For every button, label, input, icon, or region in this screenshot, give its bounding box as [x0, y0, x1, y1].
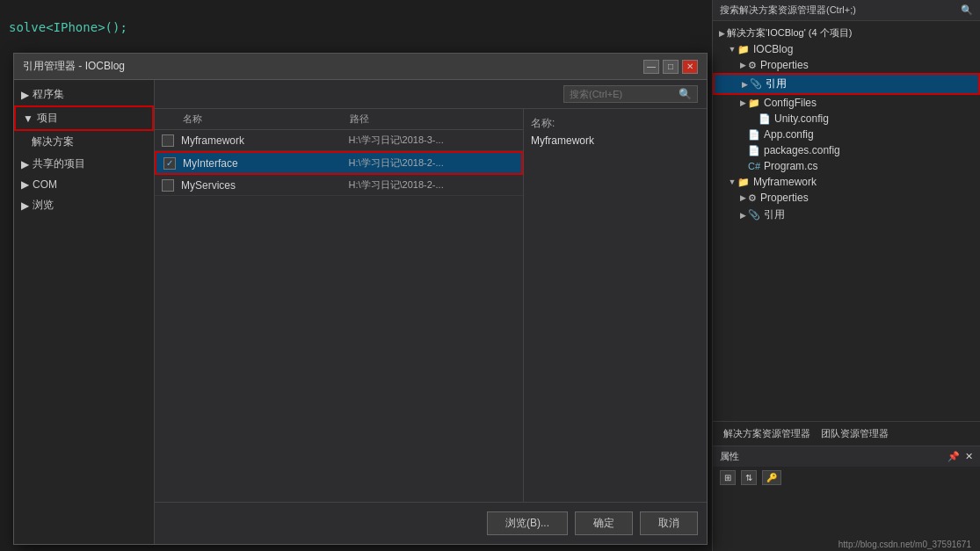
tree-solution-root[interactable]: ▶ 解决方案'IOCBlog' (4 个项目) [713, 25, 980, 41]
dialog-main-content: 🔍 名称 路径 Myframework H:\学习日记\2 [155, 80, 707, 544]
solution-root-label: 解决方案'IOCBlog' (4 个项目) [727, 26, 852, 40]
maximize-button[interactable]: □ [663, 60, 679, 74]
tab-team-explorer[interactable]: 团队资源管理器 [816, 425, 894, 442]
ref-list: 名称 路径 Myframework H:\学习日记\2018-3-... ✓ M… [155, 109, 524, 502]
sidebar-shared[interactable]: ▶ 共享的项目 [14, 153, 154, 175]
bottom-tabs: 解决方案资源管理器 团队资源管理器 [713, 421, 980, 446]
myfw-props-icon: ⚙ [748, 192, 757, 204]
close-icon[interactable]: ✕ [965, 451, 973, 462]
minimize-button[interactable]: — [643, 60, 659, 74]
properties-panel: 属性 📌 ✕ ⊞ ⇅ 🔑 [713, 446, 980, 551]
configfiles-icon: 📁 [748, 98, 760, 109]
tree-myfw-ref[interactable]: ▶ 📎 引用 [713, 206, 980, 224]
properties-title: 属性 [720, 450, 739, 463]
dialog-title: 引用管理器 - IOCBlog [23, 59, 125, 74]
solution-arrow: ▶ [716, 29, 727, 38]
solution-explorer-header: 搜索解决方案资源管理器(Ctrl+;) 🔍 [713, 0, 980, 21]
watermark: http://blog.csdn.net/m0_37591671 [838, 540, 971, 549]
tree-iocblog-properties[interactable]: ▶ ⚙ Properties [713, 57, 980, 73]
configfiles-arrow: ▶ [737, 98, 748, 107]
props-key-icon[interactable]: 🔑 [762, 470, 781, 485]
shared-label: 共享的项目 [33, 156, 85, 171]
props-sort-icon[interactable]: ⇅ [741, 470, 757, 485]
sidebar-com[interactable]: ▶ COM [14, 175, 154, 194]
table-header: 名称 路径 [155, 109, 523, 130]
ref-table: 名称 路径 Myframework H:\学习日记\2018-3-... ✓ M… [155, 109, 707, 502]
myfw-icon: 📁 [737, 177, 750, 188]
tree-unity-config[interactable]: 📄 Unity.config [713, 111, 980, 127]
iocblog-label: IOCBlog [753, 43, 793, 55]
detail-value: Myframework [531, 134, 700, 147]
titlebar-buttons: — □ ✕ [643, 60, 698, 74]
solution-explorer-search-icon[interactable]: 🔍 [961, 4, 973, 16]
solution-explorer-search-label: 搜索解决方案资源管理器(Ctrl+;) [720, 4, 856, 17]
sidebar-assemblies[interactable]: ▶ 程序集 [14, 83, 154, 105]
table-row-myframework[interactable]: Myframework H:\学习日记\2018-3-... [155, 130, 523, 151]
row-name-myinterface: MyInterface [183, 157, 349, 170]
table-row-myservices[interactable]: MyServices H:\学习日记\2018-2-... [155, 175, 523, 196]
ok-button[interactable]: 确定 [575, 511, 633, 535]
ref-icon: 📎 [750, 78, 762, 90]
project-label: 项目 [37, 111, 58, 126]
tree-myfw-properties[interactable]: ▶ ⚙ Properties [713, 190, 980, 206]
detail-panel: 名称: Myframework [524, 109, 707, 502]
cancel-button[interactable]: 取消 [640, 511, 698, 535]
properties-toolbar: ⊞ ⇅ 🔑 [713, 467, 980, 489]
com-arrow: ▶ [21, 178, 29, 191]
myfw-props-label: Properties [760, 192, 809, 204]
dialog-body: ▶ 程序集 ▼ 项目 解决方案 ▶ 共享的项目 ▶ COM [14, 80, 707, 544]
myfw-ref-label: 引用 [764, 207, 785, 222]
tree-program-cs[interactable]: C# Program.cs [713, 158, 980, 174]
tree-packages-config[interactable]: 📄 packages.config [713, 142, 980, 158]
code-line-1: solve<IPhone>(); [9, 18, 703, 37]
search-box: 🔍 [563, 85, 698, 103]
tree-configfiles[interactable]: ▶ 📁 ConfigFiles [713, 95, 980, 111]
packages-config-label: packages.config [764, 144, 840, 156]
pin-icon[interactable]: 📌 [947, 451, 960, 462]
assemblies-arrow: ▶ [21, 89, 29, 101]
dialog-toolbar: 🔍 [155, 80, 707, 109]
myfw-ref-icon: 📎 [748, 209, 760, 221]
props-arrow: ▶ [737, 61, 748, 69]
tree-myframework[interactable]: ▼ 📁 Myframework [713, 174, 980, 190]
iocblog-icon: 📁 [737, 44, 750, 55]
ref-manager-dialog: 引用管理器 - IOCBlog — □ ✕ ▶ 程序集 ▼ 项目 解决方案 [13, 53, 708, 545]
col-name-header: 名称 [183, 112, 350, 126]
props-grid-icon[interactable]: ⊞ [720, 470, 736, 485]
tree-iocblog[interactable]: ▼ 📁 IOCBlog [713, 41, 980, 57]
search-input[interactable] [570, 89, 675, 99]
sidebar-solution[interactable]: 解决方案 [14, 131, 154, 153]
app-config-label: App.config [764, 128, 814, 141]
properties-header: 属性 📌 ✕ [713, 446, 980, 467]
dialog-sidebar: ▶ 程序集 ▼ 项目 解决方案 ▶ 共享的项目 ▶ COM [14, 80, 155, 544]
dialog-footer: 浏览(B)... 确定 取消 [155, 502, 707, 544]
pkgconfig-icon: 📄 [748, 145, 760, 156]
browse-arrow: ▶ [21, 199, 29, 212]
properties-actions: 📌 ✕ [947, 451, 973, 462]
unity-config-label: Unity.config [774, 112, 829, 125]
ref-label: 引用 [766, 76, 787, 91]
props-icon: ⚙ [748, 60, 757, 71]
appconfig-icon: 📄 [748, 129, 760, 141]
search-icon: 🔍 [679, 88, 692, 100]
col-path-header: 路径 [350, 112, 517, 126]
myfw-ref-arrow: ▶ [737, 211, 748, 220]
row-name-myframework: Myframework [181, 134, 349, 147]
solution-explorer-panel: 搜索解决方案资源管理器(Ctrl+;) 🔍 ▶ 解决方案'IOCBlog' (4… [712, 0, 980, 551]
dialog-titlebar: 引用管理器 - IOCBlog — □ ✕ [14, 54, 707, 80]
checkbox-myservices[interactable] [162, 179, 174, 192]
solution-explorer-tree: ▶ 解决方案'IOCBlog' (4 个项目) ▼ 📁 IOCBlog ▶ ⚙ … [713, 21, 980, 421]
table-row-myinterface[interactable]: ✓ MyInterface H:\学习日记\2018-2-... [155, 151, 523, 175]
tree-iocblog-ref[interactable]: ▶ 📎 引用 [713, 73, 980, 95]
tab-solution-explorer[interactable]: 解决方案资源管理器 [718, 425, 816, 442]
detail-label: 名称: [531, 116, 700, 131]
row-path-myservices: H:\学习日记\2018-2-... [349, 178, 517, 192]
tree-app-config[interactable]: 📄 App.config [713, 127, 980, 142]
checkbox-myinterface[interactable]: ✓ [163, 157, 176, 170]
browse-button[interactable]: 浏览(B)... [487, 511, 568, 535]
sidebar-browse[interactable]: ▶ 浏览 [14, 194, 154, 216]
sidebar-project[interactable]: ▼ 项目 [14, 105, 154, 131]
browse-label: 浏览 [33, 198, 54, 213]
close-button[interactable]: ✕ [682, 60, 698, 74]
checkbox-myframework[interactable] [162, 134, 174, 147]
